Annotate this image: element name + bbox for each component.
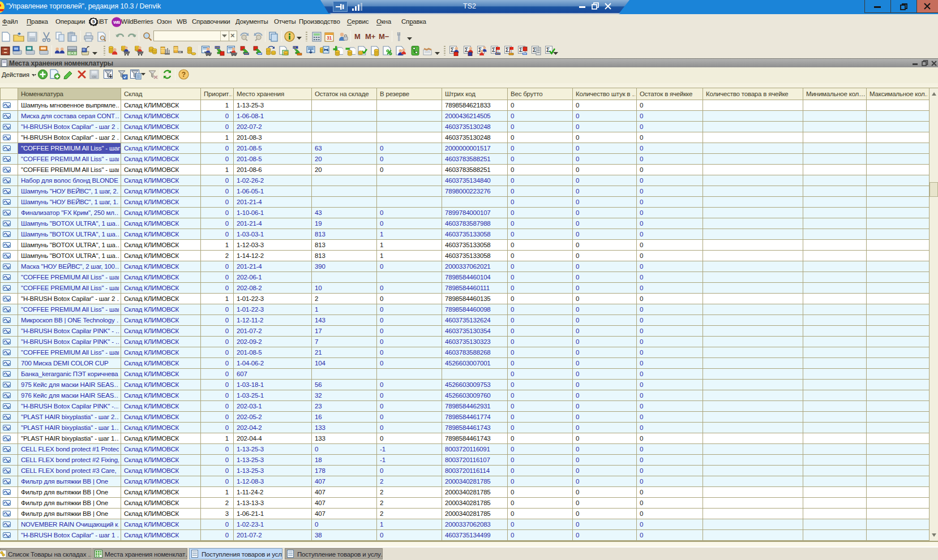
svg-text:Σ: Σ	[546, 47, 550, 53]
svg-text:?: ?	[182, 71, 186, 79]
svg-text:Σ: Σ	[533, 47, 536, 53]
svg-text:ОК: ОК	[92, 75, 96, 79]
svg-text:5: 5	[92, 19, 95, 24]
svg-text:Σ: Σ	[519, 47, 522, 53]
svg-text:Σ: Σ	[451, 47, 454, 53]
svg-text:Σ: Σ	[492, 47, 495, 53]
svg-text:Σ: Σ	[465, 47, 468, 53]
svg-text:31: 31	[327, 35, 332, 41]
svg-text:Σ: Σ	[506, 47, 509, 53]
svg-text:WB: WB	[113, 20, 121, 25]
